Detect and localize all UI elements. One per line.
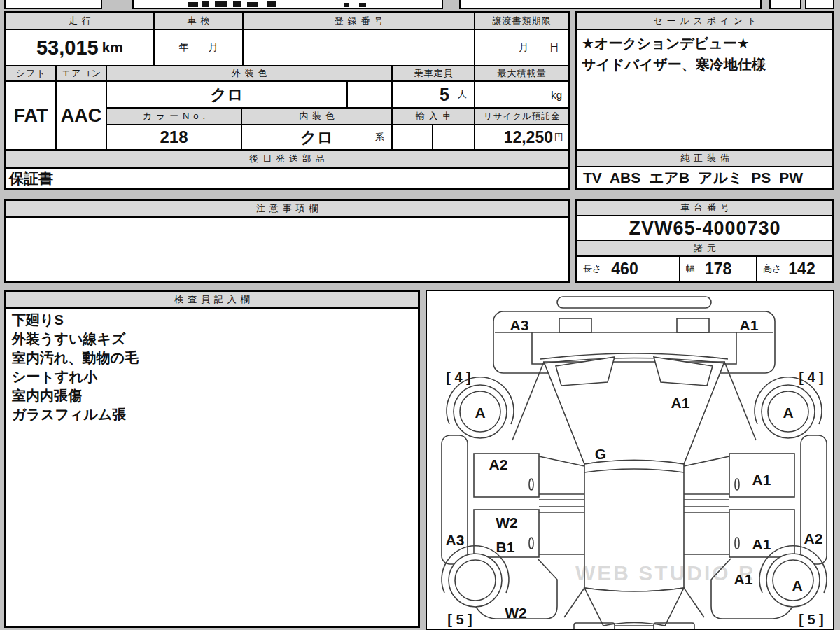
interior-color-value: クロ [300, 127, 333, 148]
clipped-cell [459, 0, 762, 9]
sales-point-line: ★オークションデビュー★ [582, 33, 828, 54]
inspector-content: 下廻りS 外装うすい線キズ 室内汚れ、動物の毛 シートすれ小 室内内張傷 ガラス… [6, 308, 419, 626]
inspector-note-line: 室内内張傷 [12, 386, 412, 405]
mileage-value-cell: 53,015 km [6, 29, 154, 66]
sales-point-line: サイドバイザー、寒冷地仕様 [582, 54, 828, 75]
capacity-header-label: 乗車定員 [413, 67, 453, 80]
tire-depth-front-left: [ 4 ] [446, 370, 471, 386]
damage-mark-right-front-door: A1 [752, 472, 771, 489]
import-header-label: 輸入車 [412, 110, 455, 122]
later-parts-header-label: 後日発送部品 [246, 153, 329, 165]
aircon-header: エアコン [56, 66, 106, 81]
transfer-month-label: 月 [519, 41, 528, 54]
damage-mark-front-bumper-left: A3 [510, 317, 529, 334]
damage-mark-front-left-wheel: A [475, 405, 485, 421]
recycle-header: リサイクル預託金 [475, 108, 568, 125]
damage-mark-left-rocker: A3 [446, 532, 465, 549]
damage-mark-front-right-wheel: A [783, 405, 793, 421]
equipment-header: 純正装備 [577, 150, 833, 167]
capacity-header: 乗車定員 [392, 66, 475, 81]
aircon-value: AAC [61, 105, 102, 127]
exterior-color-value: クロ [210, 84, 243, 106]
clipped-text-remnant [188, 2, 198, 7]
recycle-value: 12,250 [504, 128, 553, 147]
interior-color-value-cell: クロ 系 [241, 125, 392, 150]
clipped-text-remnant [344, 4, 349, 7]
tire-depth-rear-left: [ 5 ] [447, 612, 472, 628]
exterior-color-extra-cell [347, 81, 392, 108]
damage-mark-rear-right-wheel: A [792, 578, 802, 594]
clipped-text-remnant [247, 2, 258, 7]
import-value-cell-2 [433, 125, 475, 150]
chassis-number: ZVW65-4000730 [629, 218, 780, 239]
spec-width-label: 幅 [686, 262, 695, 275]
clipped-text-remnant [215, 1, 227, 7]
inspector-note-line: シートすれ小 [12, 368, 412, 386]
inspector-header: 検査員記入欄 [6, 291, 419, 308]
inspector-note-line: 外装うすい線キズ [12, 330, 412, 349]
damage-mark-right-rocker: A2 [804, 531, 823, 547]
shaken-value-cell: 年 月 [154, 29, 243, 66]
clipped-cell [805, 0, 834, 9]
shaken-header-label: 車検 [183, 15, 214, 27]
max-load-header-label: 最大積載量 [496, 67, 546, 80]
damage-mark-hood: A1 [671, 395, 690, 412]
caution-header-label: 注意事項欄 [252, 202, 322, 215]
color-no-value: 218 [160, 127, 188, 147]
caution-panel: 注意事項欄 [4, 199, 570, 283]
clipped-top-row [4, 0, 834, 9]
shift-header: シフト [6, 66, 56, 81]
transfer-deadline-value-cell: 月 日 [475, 29, 568, 66]
specs-header-label: 諸元 [690, 242, 720, 255]
color-no-header-label: カラーNo. [139, 110, 209, 122]
spec-length-value: 460 [611, 260, 638, 279]
damage-mark-right-rear-fender: A1 [734, 571, 753, 588]
later-parts-value: 保証書 [9, 169, 53, 188]
clipped-text-remnant [233, 1, 241, 7]
registration-value-cell [243, 29, 475, 66]
registration-header-label: 登録番号 [330, 15, 387, 27]
import-header: 輸入車 [392, 108, 475, 125]
watermark: WEB STUDIO R [575, 561, 756, 585]
recycle-header-label: リサイクル預託金 [483, 111, 560, 122]
chassis-header-label: 車台番号 [676, 202, 733, 214]
inspector-note-line: 下廻りS [12, 311, 412, 330]
damage-mark-left-rear-door-lower: B1 [496, 539, 515, 556]
chassis-header: 車台番号 [577, 200, 833, 216]
spec-height-label: 高さ [763, 262, 781, 275]
equipment-header-label: 純正装備 [676, 152, 733, 164]
shift-value-cell: FAT [6, 81, 56, 150]
capacity-value-cell: 5 人 [392, 81, 475, 108]
capacity-unit: 人 [458, 88, 467, 101]
sales-point-panel: セールスポイント ★オークションデビュー★ サイドバイザー、寒冷地仕様 純正装備… [575, 11, 834, 190]
max-load-value-cell: kg [475, 81, 568, 108]
recycle-unit: 円 [554, 131, 564, 144]
shaken-year-label: 年 [179, 41, 189, 54]
vehicle-data-table: 走行 車検 登録番号 譲渡書類期限 53,015 km 年 月 月 日 シフト … [4, 11, 570, 190]
equipment-value-cell: TV ABS エアB アルミ PS PW [577, 167, 833, 189]
exterior-color-value-cell: クロ [106, 81, 347, 108]
shift-value: FAT [14, 105, 48, 127]
spec-width-value: 178 [705, 260, 732, 279]
shaken-header: 車検 [154, 13, 243, 29]
damage-mark-left-rear-fender: W2 [505, 605, 527, 622]
chassis-panel: 車台番号 ZVW65-4000730 諸元 長さ 460 幅 178 高さ 14… [575, 199, 834, 283]
inspector-panel: 検査員記入欄 下廻りS 外装うすい線キズ 室内汚れ、動物の毛 シートすれ小 室内… [4, 290, 420, 628]
clipped-text-remnant [267, 1, 276, 7]
recycle-value-cell: 12,250 円 [475, 125, 568, 150]
later-parts-value-cell: 保証書 [6, 168, 568, 189]
mileage-unit: km [102, 39, 123, 56]
spec-height-value: 142 [788, 260, 815, 279]
exterior-color-header: 外装色 [106, 66, 392, 81]
transfer-deadline-label: 譲渡書類期限 [491, 15, 551, 27]
interior-color-suffix: 系 [375, 131, 384, 144]
interior-color-header-label: 内装色 [295, 110, 338, 122]
aircon-value-cell: AAC [56, 81, 106, 150]
inspector-note-line: ガラスフィルム張 [12, 405, 412, 424]
import-value-cell [392, 125, 433, 150]
mileage-value: 53,015 [36, 36, 99, 59]
damage-mark-left-rear-door-upper: W2 [496, 514, 518, 531]
clipped-text-remnant [359, 4, 366, 7]
color-no-header: カラーNo. [106, 108, 241, 125]
auction-sheet-page: { "colors": { "header_bg": "#d9d9d9", "b… [0, 0, 840, 630]
